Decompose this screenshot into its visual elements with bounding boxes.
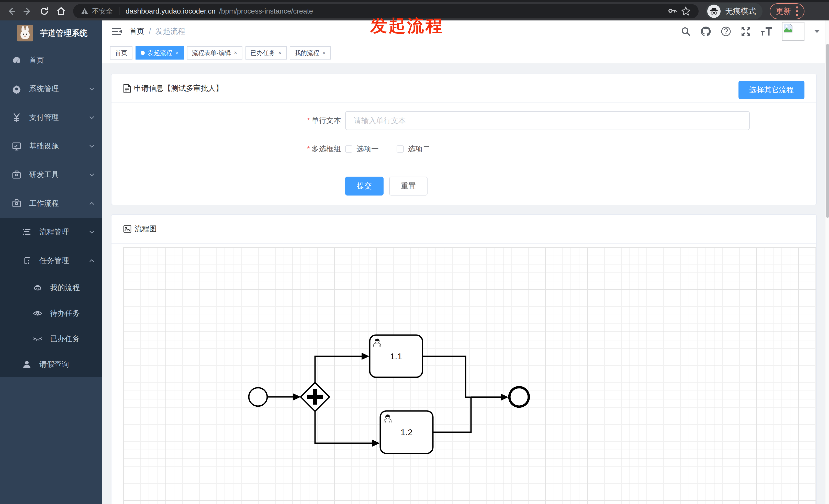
security-warning-icon[interactable] — [81, 7, 88, 15]
github-icon[interactable] — [700, 26, 711, 37]
sidebar-item-todo-tasks[interactable]: 待办任务 — [0, 301, 102, 326]
sidebar-item-label: 系统管理 — [29, 84, 59, 94]
apply-form: *单行文本 *多选框组 选项一 选项二 提交 重置 — [111, 103, 816, 196]
checkbox[interactable] — [397, 146, 404, 153]
tree-icon — [21, 256, 33, 265]
forward-icon[interactable] — [23, 7, 32, 16]
workflow-submenu: 流程管理 任务管理 我的流程 待办任务 已办任务 请假查询 — [0, 218, 102, 377]
submit-button[interactable]: 提交 — [345, 177, 384, 196]
reset-button[interactable]: 重置 — [389, 177, 428, 196]
bpmn-diagram: 1.1 1.2 — [123, 247, 816, 504]
sidebar-item-label: 请假查询 — [39, 359, 69, 370]
bookmark-star-icon[interactable] — [681, 6, 691, 16]
parallel-gateway[interactable] — [301, 383, 329, 411]
help-icon[interactable] — [721, 26, 731, 37]
sidebar-item-label: 基础设施 — [29, 141, 59, 151]
close-icon[interactable]: × — [234, 49, 237, 56]
sidebar-item-label: 流程管理 — [39, 227, 69, 237]
url-bar[interactable]: 不安全 dashboard.yudao.iocoder.cn/bpm/proce… — [73, 4, 698, 18]
card-header: 申请信息【测试多审批人】 — [111, 74, 816, 103]
close-icon[interactable]: × — [322, 49, 326, 56]
chevron-down-icon — [88, 114, 95, 121]
chevron-up-icon — [88, 257, 95, 264]
close-icon[interactable]: × — [175, 49, 179, 56]
update-label: 更新 — [776, 6, 791, 16]
sidebar-item-payment[interactable]: 支付管理 — [0, 103, 102, 132]
page-scrollbar[interactable] — [825, 21, 829, 504]
sidebar-item-infrastructure[interactable]: 基础设施 — [0, 132, 102, 160]
arrowhead — [501, 394, 508, 401]
url-path: /bpm/process-instance/create — [219, 7, 313, 15]
sidebar-item-dev-tools[interactable]: 研发工具 — [0, 160, 102, 189]
breadcrumb-home[interactable]: 首页 — [130, 26, 144, 37]
update-button[interactable]: 更新 — [770, 3, 804, 19]
user-icon — [21, 360, 33, 369]
single-line-text-input[interactable] — [345, 111, 750, 130]
tab-process-form-edit[interactable]: 流程表单-编辑× — [187, 46, 243, 60]
key-icon[interactable] — [668, 6, 677, 16]
form-row-checkbox: *多选框组 选项一 选项二 — [111, 144, 816, 154]
sidebar-item-done-tasks[interactable]: 已办任务 — [0, 326, 102, 352]
chevron-down-icon — [88, 86, 95, 92]
sidebar-item-system[interactable]: 系统管理 — [0, 75, 102, 103]
checkbox-option-1[interactable]: 选项一 — [345, 144, 379, 154]
back-icon[interactable] — [7, 7, 16, 16]
form-row-text: *单行文本 — [111, 111, 816, 130]
flow-task1-end — [423, 356, 502, 397]
browser-menu-icon[interactable] — [796, 6, 798, 16]
page-header: 首页 / 发起流程 — [102, 21, 829, 42]
arrowhead — [362, 353, 369, 360]
field-label: *多选框组 — [111, 144, 341, 154]
robot-icon — [32, 283, 43, 293]
bpmn-canvas[interactable]: 1.1 1.2 — [111, 243, 816, 504]
end-event[interactable] — [509, 387, 529, 406]
browser-chrome: 不安全 dashboard.yudao.iocoder.cn/bpm/proce… — [0, 0, 829, 21]
sidebar-item-process-mgmt[interactable]: 流程管理 — [0, 218, 102, 246]
sidebar-collapse-icon[interactable] — [111, 27, 122, 36]
eye-closed-icon — [32, 334, 43, 344]
checkbox-option-2[interactable]: 选项二 — [397, 144, 430, 154]
checkbox[interactable] — [345, 146, 352, 153]
sidebar-item-my-process[interactable]: 我的流程 — [0, 275, 102, 301]
document-icon — [123, 84, 131, 93]
reload-icon[interactable] — [39, 6, 49, 16]
yen-icon — [11, 113, 23, 122]
close-icon[interactable]: × — [278, 49, 282, 56]
tab-home[interactable]: 首页 — [110, 46, 133, 60]
tab-initiate-process[interactable]: 发起流程× — [136, 46, 184, 60]
chevron-down-icon[interactable] — [814, 30, 820, 33]
arrowhead — [372, 439, 380, 447]
gear-icon — [11, 84, 23, 94]
sidebar-item-home[interactable]: 首页 — [0, 46, 102, 75]
page-content: 申请信息【测试多审批人】 选择其它流程 *单行文本 *多选框组 选项一 选项二 … — [102, 64, 829, 504]
choose-other-process-button[interactable]: 选择其它流程 — [738, 81, 804, 99]
avatar[interactable] — [782, 22, 804, 41]
sidebar-item-leave-query[interactable]: 请假查询 — [0, 352, 102, 377]
list-icon — [21, 228, 33, 237]
sidebar-item-label: 已办任务 — [50, 334, 80, 344]
browser-toolbar: 不安全 dashboard.yudao.iocoder.cn/bpm/proce… — [0, 2, 829, 21]
logo-image — [17, 25, 33, 41]
incognito-badge: 无痕模式 — [706, 3, 762, 20]
user-task-1-2[interactable]: 1.2 — [380, 411, 433, 453]
sidebar-item-label: 待办任务 — [50, 308, 80, 318]
start-event[interactable] — [249, 388, 267, 406]
process-diagram-card: 流程图 — [111, 214, 817, 504]
url-host: dashboard.yudao.iocoder.cn — [125, 7, 216, 15]
sidebar-item-label: 研发工具 — [29, 170, 59, 180]
home-icon[interactable] — [56, 6, 66, 16]
font-size-icon[interactable] — [760, 26, 773, 37]
sidebar-item-task-mgmt[interactable]: 任务管理 — [0, 246, 102, 275]
card-title: 申请信息【测试多审批人】 — [134, 83, 223, 93]
fullscreen-icon[interactable] — [741, 26, 751, 37]
user-task-1-1[interactable]: 1.1 — [370, 335, 423, 377]
sidebar-item-label: 任务管理 — [39, 256, 69, 266]
bpmn-grid: 1.1 1.2 — [123, 247, 816, 504]
scrollbar-thumb[interactable] — [826, 44, 829, 218]
app-logo[interactable]: 芋道管理系统 — [0, 21, 102, 46]
search-icon[interactable] — [681, 26, 691, 37]
tab-my-process[interactable]: 我的流程× — [290, 46, 331, 60]
task-label: 1.1 — [390, 351, 402, 361]
tab-done-tasks[interactable]: 已办任务× — [246, 46, 287, 60]
sidebar-item-workflow[interactable]: 工作流程 — [0, 189, 102, 218]
